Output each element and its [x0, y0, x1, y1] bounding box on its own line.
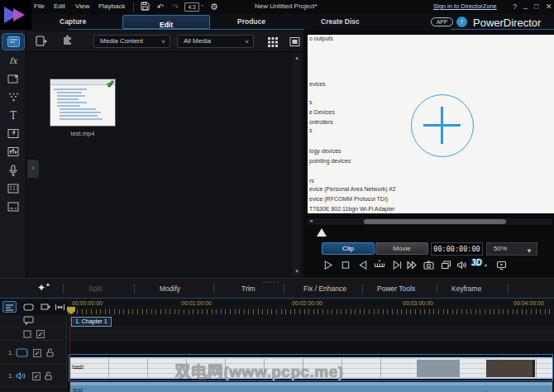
aspect-chevron-icon[interactable]: ˅ [201, 3, 204, 8]
undo-icon[interactable]: ↶ [155, 2, 166, 12]
stop-button[interactable] [339, 259, 351, 270]
media-filter-dropdown[interactable]: All Media ˅ [177, 35, 254, 48]
audio-track-lock-icon[interactable] [45, 369, 52, 384]
subtitle-track-checkbox[interactable]: ✓ [36, 330, 45, 338]
video-text-line: ontrollers [309, 119, 333, 125]
magic-wand-icon[interactable]: ✦✦ [37, 282, 50, 294]
audio-track-speaker-icon[interactable] [16, 369, 27, 384]
sidebar-item-particle-room[interactable] [2, 89, 24, 105]
menu-playback[interactable]: Playback [98, 2, 125, 10]
sidebar-item-transition-room[interactable] [2, 126, 24, 141]
scrollbar-thumb[interactable] [364, 219, 506, 224]
import-media-icon[interactable] [35, 35, 47, 50]
sidebar-item-effect-room[interactable]: fx [2, 53, 24, 69]
timeline-view-button[interactable] [2, 301, 17, 313]
add-track-button[interactable] [39, 301, 53, 313]
ruler-ticks [68, 309, 554, 314]
video-text-line: evice (RFCOMM Protocol TDI) [309, 196, 388, 202]
aspect-ratio-button[interactable]: 4:3 [184, 2, 199, 12]
next-frame-button[interactable] [390, 259, 403, 270]
save-icon[interactable] [139, 2, 150, 12]
storyboard-view-button[interactable] [21, 301, 36, 313]
close-button[interactable]: ✕ [546, 2, 552, 11]
timeline-playhead-line[interactable] [69, 314, 70, 392]
scroll-up-icon[interactable]: ▲ [293, 55, 301, 60]
sidebar-item-voiceover-room[interactable] [2, 162, 24, 178]
chapter-marker-chip[interactable]: 1. Chapter 1 [71, 317, 112, 327]
clip-mode-button[interactable]: Clip [322, 242, 375, 255]
sidebar-item-chapter-room[interactable] [2, 180, 24, 196]
sidebar-expand-handle[interactable]: › [27, 160, 39, 178]
chapter-track-header [0, 315, 67, 327]
sidebar-item-media-room[interactable] [2, 34, 24, 50]
library-menu-icon[interactable] [289, 36, 300, 50]
tab-capture[interactable]: Capture [60, 17, 86, 26]
help-button[interactable]: ? [513, 2, 517, 11]
video-track-checkbox[interactable]: ✓ [33, 349, 41, 357]
maximize-button[interactable]: □ [534, 2, 538, 11]
scroll-left-icon[interactable]: ◄ [308, 218, 313, 223]
volume-button[interactable] [456, 259, 468, 270]
tab-produce[interactable]: Produce [237, 17, 265, 26]
sidebar-item-pip-objects[interactable] [2, 71, 24, 87]
3d-dropdown-chevron-icon[interactable]: ▾ [485, 262, 487, 268]
menu-edit[interactable]: Edit [54, 2, 65, 10]
tab-edit[interactable]: Edit [122, 15, 210, 29]
panel-drag-handle[interactable]: ••••• [263, 280, 280, 284]
power-tools-button[interactable]: Power Tools [377, 284, 415, 293]
seek-step-button[interactable] [373, 259, 385, 270]
undock-preview-button[interactable] [440, 259, 452, 270]
menu-file[interactable]: File [34, 2, 45, 10]
divider [508, 284, 509, 294]
video-text-line: logy devices [309, 148, 341, 154]
video-track-icon[interactable] [16, 346, 28, 361]
audio-clip[interactable]: test [69, 382, 552, 392]
library-content-dropdown[interactable]: Media Content ˅ [93, 35, 170, 48]
powerdirector-window: File Edit View Playback ↶ ↷ 4:3 ˅ ⚙ New … [0, 0, 554, 392]
preview-video-frame: o outputs evices s e Devices ontrollers … [308, 35, 554, 213]
library-vertical-scrollbar[interactable]: ▲ ▼ [293, 54, 301, 275]
keyframe-button[interactable]: Keyframe [451, 284, 481, 293]
scroll-down-icon[interactable]: ▼ [293, 269, 301, 274]
plugin-puzzle-icon[interactable] [61, 35, 74, 50]
dual-preview-button[interactable] [495, 259, 508, 270]
movie-mode-button[interactable]: Movie [375, 242, 428, 255]
media-item-thumbnail[interactable]: ✔ [50, 79, 116, 127]
upgrade-arrow-icon[interactable]: ↑ [456, 17, 467, 27]
split-button[interactable]: Split [88, 284, 103, 293]
plus-cursor-overlay [411, 94, 474, 157]
preview-horizontal-scrollbar[interactable]: ◄ [308, 218, 552, 225]
redo-icon[interactable]: ↷ [170, 2, 181, 12]
sidebar-item-audio-mixing-room[interactable] [2, 144, 24, 160]
snapshot-camera-button[interactable] [423, 259, 435, 270]
ruler-label: 00:00:00:00 [72, 300, 103, 306]
app-badge-button[interactable]: APP [431, 17, 453, 26]
video-text-line: s [309, 127, 313, 133]
timeline-ruler[interactable]: 00:00:00:00 00:01:00:00 00:02:00:00 00:0… [68, 299, 554, 315]
subtitle-square-icon[interactable] [23, 327, 31, 342]
preview-seek-playhead[interactable] [317, 228, 327, 237]
grid-view-icon[interactable] [267, 36, 278, 50]
audio-track-checkbox[interactable]: ✓ [32, 372, 41, 380]
signin-directorzone-link[interactable]: Sign in to DirectorZone [433, 2, 497, 10]
video-track-lock-icon[interactable] [46, 346, 54, 361]
video-track-header: 1. ✓ [0, 342, 67, 365]
tab-create-disc[interactable]: Create Disc [321, 17, 360, 26]
fix-enhance-button[interactable]: Fix / Enhance [303, 284, 346, 293]
modify-button[interactable]: Modify [160, 284, 180, 293]
timecode-display: 00:00:00:00 [431, 242, 483, 256]
watermark-text: 双电网(www.pcpc.me) [175, 361, 344, 383]
mode-tab-bar: Capture Edit Produce Create Disc APP ↑ P… [0, 14, 554, 30]
sidebar-item-title-room[interactable]: T [2, 108, 24, 123]
minimize-button[interactable]: _ [523, 1, 528, 9]
3d-mode-button[interactable]: 3D [471, 258, 482, 267]
sidebar-item-subtitle-room[interactable] [2, 198, 24, 214]
play-button[interactable] [322, 259, 334, 270]
previous-frame-button[interactable] [356, 259, 369, 270]
menu-view[interactable]: View [75, 2, 89, 10]
fast-forward-button[interactable] [406, 259, 418, 270]
preview-zoom-dropdown[interactable]: 50% ▼ [486, 242, 537, 256]
snap-to-clips-button[interactable] [53, 301, 67, 313]
settings-gear-icon[interactable]: ⚙ [208, 2, 220, 12]
trim-button[interactable]: Trim [241, 284, 256, 293]
